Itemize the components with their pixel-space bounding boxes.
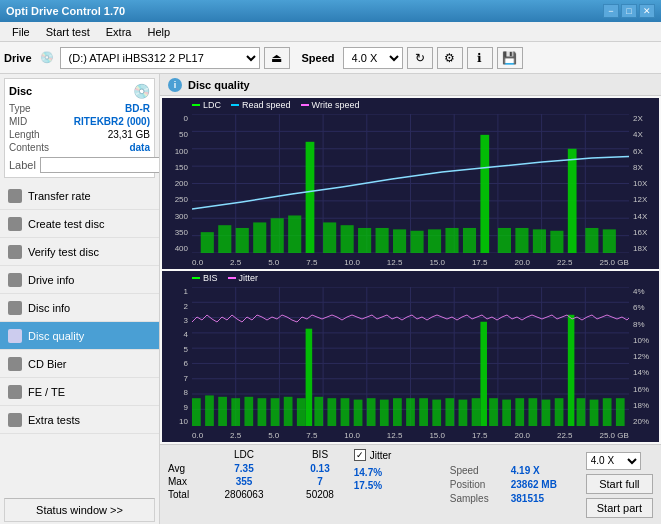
type-value: BD-R [125, 103, 150, 114]
menu-start-test[interactable]: Start test [38, 24, 98, 40]
svg-rect-86 [489, 398, 498, 426]
svg-rect-92 [568, 315, 575, 426]
eject-button[interactable]: ⏏ [264, 47, 290, 69]
legend-bis-label: BIS [203, 273, 218, 283]
svg-rect-22 [253, 222, 266, 253]
legend-read-dot [231, 104, 239, 106]
max-bis: 7 [290, 476, 350, 487]
disc-label-input[interactable] [40, 157, 160, 173]
speed-label: Speed [450, 465, 505, 476]
verify-test-disc-icon [8, 245, 22, 259]
svg-rect-77 [380, 400, 389, 426]
svg-rect-32 [428, 229, 441, 253]
cd-bier-label: CD Bier [28, 358, 67, 370]
sidebar-item-disc-quality[interactable]: Disc quality [0, 322, 159, 350]
disc-panel-icon: 💿 [133, 83, 150, 99]
menu-extra[interactable]: Extra [98, 24, 140, 40]
svg-rect-89 [528, 398, 537, 426]
start-part-button[interactable]: Start part [586, 498, 653, 518]
avg-ldc: 7.35 [214, 463, 274, 474]
sidebar-item-verify-test-disc[interactable]: Verify test disc [0, 238, 159, 266]
svg-rect-65 [231, 398, 240, 426]
chart2-y-right: 20% 18% 16% 14% 12% 10% 8% 6% 4% [631, 287, 659, 426]
chart2-x-labels: 0.0 2.5 5.0 7.5 10.0 12.5 15.0 17.5 20.0… [192, 431, 629, 440]
title-bar: Opti Drive Control 1.70 − □ ✕ [0, 0, 661, 22]
svg-rect-75 [354, 400, 363, 426]
status-window-label: Status window >> [36, 504, 123, 516]
sidebar-item-create-test-disc[interactable]: Create test disc [0, 210, 159, 238]
max-row: Max 355 7 [168, 476, 338, 487]
legend-write-dot [301, 104, 309, 106]
max-ldc: 355 [214, 476, 274, 487]
transfer-rate-icon [8, 189, 22, 203]
charts-container: LDC Read speed Write speed 400 350 30 [160, 96, 661, 444]
create-test-disc-icon [8, 217, 22, 231]
svg-rect-25 [306, 142, 315, 253]
svg-rect-38 [533, 229, 546, 253]
total-row: Total 2806063 50208 [168, 489, 338, 500]
svg-rect-42 [603, 229, 616, 253]
speed-select[interactable]: 4.0 X [343, 47, 403, 69]
samples-label: Samples [450, 493, 505, 504]
length-label: Length [9, 129, 40, 140]
menu-file[interactable]: File [4, 24, 38, 40]
svg-rect-37 [515, 228, 528, 253]
contents-label: Contents [9, 142, 49, 153]
svg-rect-67 [258, 398, 267, 426]
info-button[interactable]: ℹ [467, 47, 493, 69]
disc-quality-icon [8, 329, 22, 343]
svg-rect-69 [271, 398, 280, 426]
stats-table: LDC BIS Avg 7.35 0.13 Max 355 7 Total 28… [168, 449, 338, 520]
start-full-button[interactable]: Start full [586, 474, 653, 494]
quality-header: i Disc quality [160, 74, 661, 96]
maximize-button[interactable]: □ [621, 4, 637, 18]
sidebar-item-disc-info[interactable]: Disc info [0, 294, 159, 322]
samples-value: 381515 [511, 493, 544, 504]
svg-rect-73 [327, 398, 336, 426]
sidebar-item-drive-info[interactable]: Drive info [0, 266, 159, 294]
avg-label: Avg [168, 463, 198, 474]
action-section: 4.0 X Start full Start part [586, 449, 653, 520]
sidebar-item-fe-te[interactable]: FE / TE [0, 378, 159, 406]
minimize-button[interactable]: − [603, 4, 619, 18]
disc-info-icon [8, 301, 22, 315]
position-value: 23862 MB [511, 479, 557, 490]
status-window-button[interactable]: Status window >> [4, 498, 155, 522]
svg-rect-78 [393, 398, 402, 426]
bis-header: BIS [290, 449, 350, 460]
svg-rect-76 [367, 398, 376, 426]
avg-jitter: 14.7% [354, 467, 382, 478]
create-test-disc-label: Create test disc [28, 218, 104, 230]
chart-bis: BIS Jitter 10 9 8 7 6 5 4 3 [162, 271, 659, 442]
settings-button[interactable]: ⚙ [437, 47, 463, 69]
legend-read-speed: Read speed [231, 100, 291, 110]
svg-rect-82 [445, 398, 454, 426]
speed-combo-select[interactable]: 4.0 X [586, 452, 641, 470]
close-button[interactable]: ✕ [639, 4, 655, 18]
jitter-checkbox[interactable]: ✓ [354, 449, 366, 461]
sidebar-item-cd-bier[interactable]: CD Bier [0, 350, 159, 378]
total-ldc: 2806063 [214, 489, 274, 500]
svg-rect-35 [480, 135, 489, 253]
sidebar-item-extra-tests[interactable]: Extra tests [0, 406, 159, 434]
save-button[interactable]: 💾 [497, 47, 523, 69]
cd-bier-icon [8, 357, 22, 371]
menu-bar: File Start test Extra Help [0, 22, 661, 42]
speed-position-section: Speed 4.19 X Position 23862 MB Samples 3… [450, 449, 570, 520]
refresh-button[interactable]: ↻ [407, 47, 433, 69]
menu-help[interactable]: Help [139, 24, 178, 40]
content-area: i Disc quality LDC Read speed [160, 74, 661, 524]
svg-rect-85 [480, 322, 487, 426]
drive-info-icon [8, 273, 22, 287]
stats-header: LDC BIS [168, 449, 338, 460]
sidebar-item-transfer-rate[interactable]: Transfer rate [0, 182, 159, 210]
drive-select[interactable]: (D:) ATAPI iHBS312 2 PL17 [60, 47, 260, 69]
main-layout: Disc 💿 Type BD-R MID RITEKBR2 (000) Leng… [0, 74, 661, 524]
svg-rect-24 [288, 215, 301, 253]
sidebar: Disc 💿 Type BD-R MID RITEKBR2 (000) Leng… [0, 74, 160, 524]
extra-tests-icon [8, 413, 22, 427]
chart2-legend: BIS Jitter [192, 273, 258, 283]
svg-rect-28 [358, 228, 371, 253]
drive-toolbar: Drive 💿 (D:) ATAPI iHBS312 2 PL17 ⏏ Spee… [0, 42, 661, 74]
max-jitter: 17.5% [354, 480, 382, 491]
